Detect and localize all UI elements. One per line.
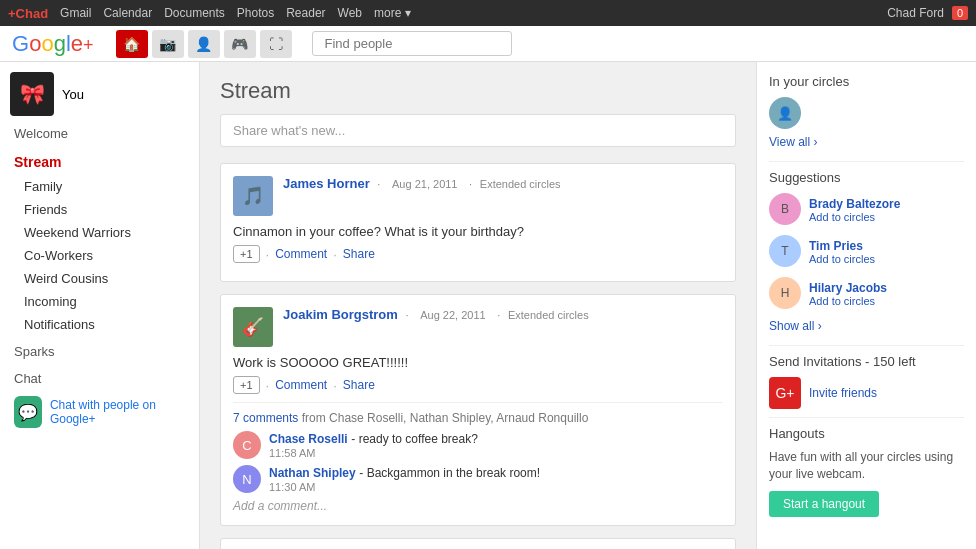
- brand-link[interactable]: +Chad: [8, 6, 48, 21]
- sidebar-welcome: Welcome: [0, 126, 199, 149]
- post-sep-2a: ·: [406, 309, 409, 321]
- user-avatar: 🎀: [10, 72, 54, 116]
- post-sep-2b: ·: [497, 309, 500, 321]
- post-author-1[interactable]: James Horner: [283, 176, 370, 191]
- plusone-btn-1[interactable]: +1: [233, 245, 260, 263]
- hangouts-title: Hangouts: [769, 426, 964, 441]
- chat-icon: 💬: [14, 396, 42, 428]
- comments-count-link[interactable]: 7 comments: [233, 411, 298, 425]
- nav-photos[interactable]: Photos: [237, 6, 274, 20]
- post-circle-1: Extended circles: [480, 178, 561, 190]
- post-header-2: 🎸 Joakim Borgstrom · Aug 22, 2011 · Exte…: [233, 307, 723, 347]
- start-hangout-btn[interactable]: Start a hangout: [769, 491, 879, 517]
- sparks-section: Sparks: [0, 336, 199, 363]
- comment-avatar-2: N: [233, 465, 261, 493]
- plusone-btn-2[interactable]: +1: [233, 376, 260, 394]
- comment-link-1[interactable]: Comment: [275, 247, 327, 261]
- post-card-3: 🎤 Timothy Pries · Aug 21, 2011 · Extende…: [220, 538, 736, 549]
- add-circles-3[interactable]: Add to circles: [809, 295, 887, 307]
- main-layout: 🎀 You Welcome Stream Family Friends Week…: [0, 62, 976, 549]
- suggestion-avatar-3: H: [769, 277, 801, 309]
- gplus-toolbar: Google+ 🏠 📷 👤 🎮 ⛶: [0, 26, 976, 62]
- sidebar-stream-link[interactable]: Stream: [0, 149, 199, 175]
- nav-documents[interactable]: Documents: [164, 6, 225, 20]
- stream-title: Stream: [220, 78, 736, 104]
- nav-more[interactable]: more ▾: [374, 6, 411, 20]
- show-all-suggestions[interactable]: Show all ›: [769, 319, 964, 333]
- add-circles-2[interactable]: Add to circles: [809, 253, 875, 265]
- post-content-1: Cinnamon in your coffee? What is it your…: [233, 224, 723, 239]
- divider-2: [769, 345, 964, 346]
- home-icon-btn[interactable]: 🏠: [116, 30, 148, 58]
- comments-section-2: 7 comments from Chase Roselli, Nathan Sh…: [233, 402, 723, 513]
- post-meta-1: James Horner · Aug 21, 2011 · Extended c…: [283, 176, 723, 191]
- view-all-circles[interactable]: View all ›: [769, 135, 964, 149]
- sidebar-item-weird-cousins[interactable]: Weird Cousins: [0, 267, 199, 290]
- chat-link[interactable]: Chat with people on Google+: [50, 398, 185, 426]
- games-icon-btn[interactable]: 🎮: [224, 30, 256, 58]
- comment-author-2[interactable]: Nathan Shipley: [269, 466, 356, 480]
- post-time-1: ·: [377, 178, 380, 190]
- invitations-title: Send Invitations - 150 left: [769, 354, 964, 369]
- post-date-2: Aug 22, 2011: [420, 309, 485, 321]
- post-actions-1: +1 · Comment · Share: [233, 245, 723, 263]
- comment-body-1: Chase Roselli - ready to coffee break? 1…: [269, 431, 723, 459]
- expand-icon-btn[interactable]: ⛶: [260, 30, 292, 58]
- post-content-2: Work is SOOOOO GREAT!!!!!!: [233, 355, 723, 370]
- toolbar-icons: 🏠 📷 👤 🎮 ⛶: [116, 30, 292, 58]
- notification-count[interactable]: 0: [952, 6, 968, 20]
- comment-2: N Nathan Shipley - Backgammon in the bre…: [233, 465, 723, 493]
- invite-link[interactable]: Invite friends: [809, 386, 877, 400]
- suggestion-name-3[interactable]: Hilary Jacobs: [809, 281, 887, 295]
- circles-section-title: In your circles: [769, 74, 964, 89]
- sidebar-item-co-workers[interactable]: Co-Workers: [0, 244, 199, 267]
- suggestion-name-2[interactable]: Tim Pries: [809, 239, 863, 253]
- circles-preview: 👤: [769, 97, 964, 129]
- post-date-1: Aug 21, 2011: [392, 178, 457, 190]
- comment-1: C Chase Roselli - ready to coffee break?…: [233, 431, 723, 459]
- suggestion-avatar-1: B: [769, 193, 801, 225]
- sidebar-item-family[interactable]: Family: [0, 175, 199, 198]
- invite-icon: G+: [769, 377, 801, 409]
- comment-text-2: - Backgammon in the break room!: [359, 466, 540, 480]
- comment-text-1: - ready to coffee break?: [351, 432, 478, 446]
- top-navigation: +Chad Gmail Calendar Documents Photos Re…: [0, 0, 976, 26]
- sidebar-user: 🎀 You: [0, 72, 199, 126]
- comment-author-1[interactable]: Chase Roselli: [269, 432, 348, 446]
- sidebar-item-notifications[interactable]: Notifications: [0, 313, 199, 336]
- top-nav-right: Chad Ford 0: [887, 6, 968, 20]
- sidebar-item-incoming[interactable]: Incoming: [0, 290, 199, 313]
- post-meta-2: Joakim Borgstrom · Aug 22, 2011 · Extend…: [283, 307, 723, 322]
- nav-web[interactable]: Web: [338, 6, 362, 20]
- add-comment-2[interactable]: Add a comment...: [233, 499, 723, 513]
- post-header-1: 🎵 James Horner · Aug 21, 2011 · Extended…: [233, 176, 723, 216]
- find-people-input[interactable]: [312, 31, 512, 56]
- sidebar-item-weekend-warriors[interactable]: Weekend Warriors: [0, 221, 199, 244]
- comment-link-2[interactable]: Comment: [275, 378, 327, 392]
- post-author-2[interactable]: Joakim Borgstrom: [283, 307, 398, 322]
- top-nav-username[interactable]: Chad Ford: [887, 6, 944, 20]
- share-link-1[interactable]: Share: [343, 247, 375, 261]
- share-link-2[interactable]: Share: [343, 378, 375, 392]
- post-actions-2: +1 · Comment · Share: [233, 376, 723, 394]
- nav-gmail[interactable]: Gmail: [60, 6, 91, 20]
- add-circles-1[interactable]: Add to circles: [809, 211, 900, 223]
- comments-count-2: 7 comments from Chase Roselli, Nathan Sh…: [233, 411, 723, 425]
- sidebar-item-friends[interactable]: Friends: [0, 198, 199, 221]
- suggestion-2: T Tim Pries Add to circles: [769, 235, 964, 267]
- post-sep-1: ·: [469, 178, 472, 190]
- post-circle-2: Extended circles: [508, 309, 589, 321]
- share-box[interactable]: Share what's new...: [220, 114, 736, 147]
- hangouts-section: Hangouts Have fun with all your circles …: [769, 426, 964, 517]
- divider-1: [769, 161, 964, 162]
- chat-section-label: Chat: [0, 363, 199, 390]
- suggestion-name-1[interactable]: Brady Baltezore: [809, 197, 900, 211]
- suggestion-info-1: Brady Baltezore Add to circles: [809, 196, 900, 223]
- photo-icon-btn[interactable]: 📷: [152, 30, 184, 58]
- profile-icon-btn[interactable]: 👤: [188, 30, 220, 58]
- nav-reader[interactable]: Reader: [286, 6, 325, 20]
- suggestion-info-3: Hilary Jacobs Add to circles: [809, 280, 887, 307]
- right-sidebar: In your circles 👤 View all › Suggestions…: [756, 62, 976, 549]
- post-avatar-1: 🎵: [233, 176, 273, 216]
- nav-calendar[interactable]: Calendar: [103, 6, 152, 20]
